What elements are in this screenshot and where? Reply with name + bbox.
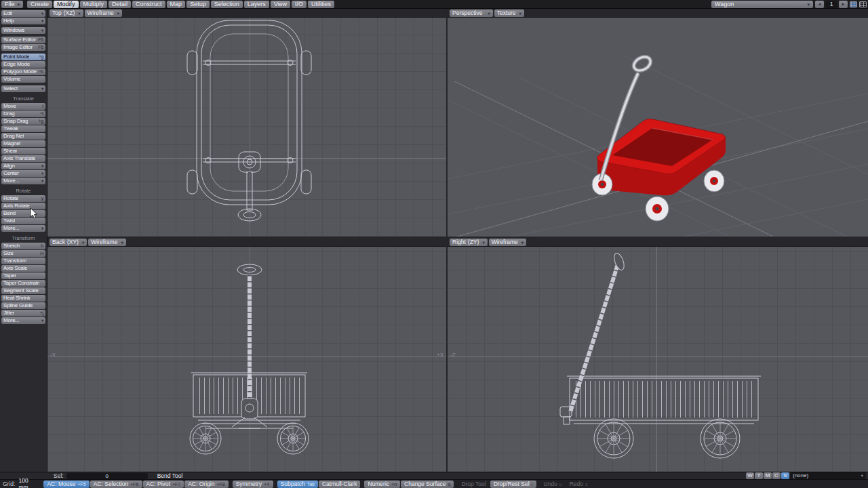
mode-button[interactable]: Subpatch Tab bbox=[277, 481, 318, 488]
zoom-icon[interactable] bbox=[849, 9, 856, 17]
vertex-map-type-button[interactable]: W bbox=[746, 472, 754, 479]
menu-tab[interactable]: Map bbox=[167, 1, 186, 8]
viewport-top-canvas[interactable] bbox=[47, 18, 446, 237]
sidebar-button[interactable]: Axis Translate ▾ bbox=[1, 155, 45, 162]
sidebar-button[interactable]: Heat Shrink ▾ bbox=[1, 295, 45, 302]
render-mode-dropdown[interactable]: Wireframe bbox=[489, 239, 526, 246]
sidebar-button[interactable]: Segment Scale ▾ bbox=[1, 287, 45, 294]
mode-button[interactable]: AC: Origin +F8 bbox=[184, 481, 228, 488]
sidebar-button[interactable]: Spline Guide ▾ bbox=[1, 302, 45, 309]
sidebar-button[interactable]: Taper ▾ bbox=[1, 272, 45, 279]
maximize-icon[interactable] bbox=[437, 9, 444, 17]
vertex-map-type-button[interactable]: T bbox=[755, 472, 763, 479]
rotate-icon[interactable] bbox=[840, 239, 847, 246]
sidebar-button[interactable]: Drag Net ▾ bbox=[1, 133, 45, 140]
sidebar-button[interactable]: Magnet ▾ bbox=[1, 140, 45, 147]
sidebar-button[interactable]: Select ▾ bbox=[1, 85, 45, 92]
sidebar-button[interactable]: Size H ▾ bbox=[1, 250, 45, 257]
vertex-map-type-button[interactable]: S bbox=[781, 472, 789, 479]
mode-button[interactable]: Undo u bbox=[540, 481, 566, 488]
sidebar-button[interactable]: Edit ▾ bbox=[1, 10, 45, 17]
sidebar-button[interactable]: Snap Drag +g ▾ bbox=[1, 118, 45, 125]
layer-next-button[interactable] bbox=[839, 1, 848, 8]
pan-icon[interactable] bbox=[408, 239, 416, 246]
sidebar-button[interactable]: Stretch h ▾ bbox=[1, 243, 45, 249]
view-type-dropdown[interactable]: Perspective bbox=[450, 9, 493, 17]
mode-button[interactable]: Redo z bbox=[566, 481, 591, 488]
sidebar-button[interactable]: Help ▾ bbox=[1, 18, 45, 24]
menu-tab[interactable]: Multiply bbox=[80, 1, 108, 8]
sidebar-button[interactable]: Align ▾ bbox=[1, 163, 45, 169]
maximize-icon[interactable] bbox=[437, 239, 444, 246]
sidebar-button[interactable]: Center ▾ bbox=[1, 170, 45, 177]
view-type-dropdown[interactable]: Back (XY) bbox=[50, 239, 87, 246]
mode-button[interactable]: AC: Selection +F6 bbox=[90, 481, 142, 488]
object-name-dropdown[interactable]: Wagon bbox=[711, 1, 813, 8]
sidebar-button[interactable]: Windows ▾ bbox=[1, 27, 45, 34]
file-menu-button[interactable]: File bbox=[1, 1, 23, 8]
sidebar-button[interactable]: Rotate y ▾ bbox=[1, 195, 45, 202]
pan-icon[interactable] bbox=[830, 9, 837, 17]
sidebar-button[interactable]: Image Editor F6 ▾ bbox=[1, 44, 45, 51]
sidebar-button[interactable]: Axis Scale ▾ bbox=[1, 265, 45, 272]
menu-tab[interactable]: Detail bbox=[108, 1, 131, 8]
sidebar-button[interactable]: Point Mode ^g ▾ bbox=[1, 54, 45, 60]
menu-tab[interactable]: Selection bbox=[211, 1, 243, 8]
sidebar-button[interactable]: Taper Constrain ▾ bbox=[1, 280, 45, 287]
menu-tab[interactable]: Modify bbox=[54, 1, 79, 8]
sidebar-button[interactable]: Axis Rotate ▾ bbox=[1, 203, 45, 209]
menu-tab[interactable]: Utilities bbox=[308, 1, 334, 8]
maximize-icon[interactable] bbox=[859, 9, 866, 17]
zoom-icon[interactable] bbox=[427, 239, 435, 246]
render-mode-dropdown[interactable]: Texture bbox=[494, 9, 524, 17]
sidebar-button[interactable]: Move t ▾ bbox=[1, 103, 45, 110]
sidebar-button[interactable]: Transform ▾ bbox=[1, 258, 45, 264]
sidebar-button[interactable]: Edge Mode ▾ bbox=[1, 61, 45, 68]
sidebar-button[interactable]: More... ▾ bbox=[1, 225, 45, 232]
sidebar-button[interactable]: Surface Editor F5 ▾ bbox=[1, 37, 45, 43]
sidebar-button[interactable]: More... ▾ bbox=[1, 178, 45, 184]
menu-tab[interactable]: I/O bbox=[292, 1, 307, 8]
zoom-icon[interactable] bbox=[427, 9, 435, 17]
mode-button[interactable]: Numeric +n bbox=[364, 481, 400, 488]
zoom-icon[interactable] bbox=[849, 239, 856, 246]
sidebar-button[interactable]: Tweak ▾ bbox=[1, 125, 45, 132]
sidebar-button[interactable]: More... ▾ bbox=[1, 317, 45, 324]
render-mode-dropdown[interactable]: Wireframe bbox=[85, 9, 122, 17]
pan-icon[interactable] bbox=[830, 239, 837, 246]
menu-tab[interactable]: Create bbox=[27, 1, 52, 8]
viewport-perspective-canvas[interactable] bbox=[448, 18, 868, 237]
sidebar-button[interactable]: Polygon Mode ^h ▾ bbox=[1, 68, 45, 75]
mode-button[interactable]: Catmull-Clark bbox=[319, 481, 360, 488]
bg-layer-bank-icon[interactable] bbox=[859, 1, 867, 7]
menu-tab[interactable]: Layers bbox=[244, 1, 269, 8]
maximize-icon[interactable] bbox=[859, 239, 866, 246]
mode-button[interactable]: Drop Tool bbox=[458, 481, 489, 488]
rotate-icon[interactable] bbox=[840, 9, 847, 17]
view-type-dropdown[interactable]: Top (XZ) bbox=[50, 9, 83, 17]
sidebar-button[interactable]: Bend ▾ bbox=[1, 210, 45, 217]
sidebar-button[interactable]: Drag ^t ▾ bbox=[1, 110, 45, 117]
render-mode-dropdown[interactable]: Wireframe bbox=[88, 239, 125, 246]
sidebar-button[interactable]: Twist ▾ bbox=[1, 218, 45, 224]
vertex-map-type-button[interactable]: M bbox=[764, 472, 772, 479]
mode-button[interactable]: Symmetry +Y bbox=[233, 481, 273, 488]
menu-tab[interactable]: View bbox=[271, 1, 290, 8]
menu-tab[interactable]: Construct bbox=[132, 1, 165, 8]
mode-button[interactable]: Drop/Rest Sel / bbox=[490, 481, 536, 488]
fg-layer-bank-icon[interactable] bbox=[850, 1, 857, 7]
rotate-icon[interactable] bbox=[418, 239, 425, 246]
mode-button[interactable]: AC: Pivot +F7 bbox=[143, 481, 184, 488]
sidebar-button[interactable]: Jitter +j ▾ bbox=[1, 310, 45, 317]
layer-prev-button[interactable] bbox=[815, 1, 824, 8]
menu-tab[interactable]: Setup bbox=[186, 1, 210, 8]
vertex-map-type-button[interactable]: C bbox=[772, 472, 781, 479]
viewport-back-canvas[interactable]: -X +X bbox=[47, 247, 446, 472]
sidebar-button[interactable]: Volume ▾ bbox=[1, 76, 45, 83]
sidebar-button[interactable]: Shear ▾ bbox=[1, 148, 45, 155]
mode-button[interactable]: Change Surface q bbox=[401, 481, 454, 488]
view-type-dropdown[interactable]: Right (ZY) bbox=[450, 239, 488, 246]
viewport-right-canvas[interactable]: -Z bbox=[448, 247, 868, 472]
mode-button[interactable]: AC: Mouse +F5 bbox=[43, 481, 89, 488]
vertex-map-dropdown[interactable]: (none) bbox=[790, 472, 866, 479]
